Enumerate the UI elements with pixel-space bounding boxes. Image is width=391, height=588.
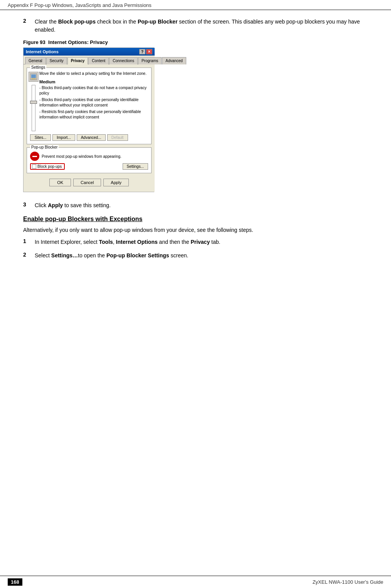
cancel-button[interactable]: Cancel [73, 179, 101, 186]
bullet-2: - Blocks third-party cookies that use pe… [39, 97, 148, 108]
step-2-number: 2 [23, 18, 35, 34]
popup-controls-row: Block pop-ups Settings... [30, 163, 148, 170]
tab-advanced[interactable]: Advanced [162, 57, 186, 64]
substep-2-number: 2 [23, 252, 35, 260]
no-entry-icon [30, 152, 39, 161]
block-popups-checkbox-area: Block pop-ups [30, 163, 65, 170]
step-2-text-before: Clear the [35, 19, 58, 25]
tab-connections[interactable]: Connections [109, 57, 138, 64]
substep-1-bold2: Internet Options [116, 239, 158, 245]
popup-blocker-group: Pop-up Blocker Prevent most pop-up windo… [27, 147, 152, 173]
page-number: 168 [8, 578, 22, 586]
sites-button[interactable]: Sites... [30, 134, 51, 141]
step-2-bold1: Block pop-ups [58, 19, 96, 25]
settings-group-label: Settings [30, 65, 46, 69]
section-paragraph: Alternatively, if you only want to allow… [23, 226, 368, 234]
substep-1-mid2: and then the [158, 239, 191, 245]
tab-general[interactable]: General [25, 57, 46, 64]
ie-window-title: Internet Options [26, 49, 59, 54]
step-3-number: 3 [23, 201, 35, 210]
tab-security[interactable]: Security [46, 57, 67, 64]
step-3-bold: Apply [48, 202, 63, 208]
step-3-text-after: to save this setting. [63, 202, 111, 208]
step-2-text-mid1: check box in the [96, 19, 138, 25]
bullet-1: - Blocks third-party cookies that do not… [39, 85, 148, 96]
step-3-text: Click Apply to save this setting. [35, 201, 368, 210]
step-2-text: Clear the Block pop-ups check box in the… [35, 18, 368, 34]
slider-handle[interactable] [30, 101, 37, 104]
popup-prevent-text: Prevent most pop-up windows from appeari… [42, 154, 121, 159]
medium-label: Medium [39, 79, 148, 84]
svg-rect-1 [31, 74, 36, 78]
block-popups-checkbox[interactable] [32, 164, 36, 169]
guide-name: ZyXEL NWA-1100 User's Guide [312, 579, 383, 585]
tab-programs[interactable]: Programs [138, 57, 162, 64]
ie-body: Settings [24, 64, 155, 192]
privacy-right-content: Move the slider to select a privacy sett… [39, 71, 148, 131]
substep-2-bold: Settings… [51, 252, 78, 259]
step-2-bold2: Pop-up Blocker [138, 19, 177, 25]
substep-1-mid1: , [113, 239, 116, 245]
block-popups-label: Block pop-ups [37, 164, 62, 169]
main-content: 2 Clear the Block pop-ups check box in t… [0, 10, 391, 273]
section-heading: Enable pop-up Blockers with Exceptions [23, 216, 368, 223]
header-title: Appendix F Pop-up Windows, JavaScripts a… [8, 2, 152, 8]
popup-settings-button[interactable]: Settings... [123, 163, 148, 170]
tab-privacy[interactable]: Privacy [67, 57, 88, 64]
substep-1-block: 1 In Internet Explorer, select Tools, In… [23, 238, 368, 246]
substep-1-text: In Internet Explorer, select Tools, Inte… [35, 238, 368, 246]
ie-titlebar: Internet Options ? ✕ [24, 48, 155, 56]
dialog-buttons: OK Cancel Apply [27, 176, 152, 189]
ie-window-screenshot: Internet Options ? ✕ General Security Pr… [23, 47, 154, 192]
step-3-text-before: Click [35, 202, 48, 208]
slider-track[interactable] [32, 85, 35, 131]
substep-1-before: In Internet Explorer, select [35, 239, 99, 245]
svg-rect-2 [31, 78, 36, 79]
tab-content[interactable]: Content [88, 57, 109, 64]
substep-1-after: tab. [210, 239, 220, 245]
substep-2-text: Select Settings…to open the Pop-up Block… [35, 252, 368, 260]
privacy-content: Move the slider to select a privacy sett… [30, 71, 148, 131]
substep-1-bold1: Tools [99, 239, 113, 245]
substep-1-number: 1 [23, 238, 35, 246]
no-entry-bar [32, 156, 37, 157]
slider-area [30, 72, 37, 131]
help-button[interactable]: ? [139, 49, 145, 54]
substep-1-bold3: Privacy [190, 239, 210, 245]
popup-row: Prevent most pop-up windows from appeari… [30, 152, 148, 161]
privacy-bullets: - Blocks third-party cookies that do not… [39, 85, 148, 120]
substep-2-before: Select [35, 252, 51, 259]
substep-2-after2: screen. [169, 252, 189, 259]
substep-2-bold2: Pop-up Blocker Settings [106, 252, 169, 259]
titlebar-buttons: ? ✕ [139, 49, 152, 54]
settings-buttons-row: Sites... Import... Advanced... Default [30, 134, 148, 141]
page-header: Appendix F Pop-up Windows, JavaScripts a… [0, 0, 391, 10]
step-2-block: 2 Clear the Block pop-ups check box in t… [23, 18, 368, 34]
bullet-3: - Restricts first-party cookies that use… [39, 109, 148, 120]
advanced-button[interactable]: Advanced... [77, 134, 106, 141]
default-button[interactable]: Default [107, 134, 128, 141]
slider-image-icon [29, 72, 39, 82]
ie-window: Internet Options ? ✕ General Security Pr… [24, 48, 155, 192]
apply-button[interactable]: Apply [103, 179, 129, 186]
substep-2-after: to open the [78, 252, 106, 259]
step-3-block: 3 Click Apply to save this setting. [23, 201, 368, 210]
settings-group: Settings [27, 68, 152, 144]
substep-2-block: 2 Select Settings…to open the Pop-up Blo… [23, 252, 368, 260]
import-button[interactable]: Import... [52, 134, 75, 141]
page-footer: 168 ZyXEL NWA-1100 User's Guide [0, 576, 391, 588]
close-button[interactable]: ✕ [146, 49, 152, 54]
figure-label: Figure 93 Internet Options: Privacy [23, 39, 368, 45]
popup-blocker-label: Pop-up Blocker [30, 145, 59, 149]
ie-tabs: General Security Privacy Content Connect… [24, 56, 155, 64]
figure-block: Figure 93 Internet Options: Privacy Inte… [23, 39, 368, 198]
slider-description: Move the slider to select a privacy sett… [39, 71, 148, 76]
ok-button[interactable]: OK [49, 179, 71, 186]
